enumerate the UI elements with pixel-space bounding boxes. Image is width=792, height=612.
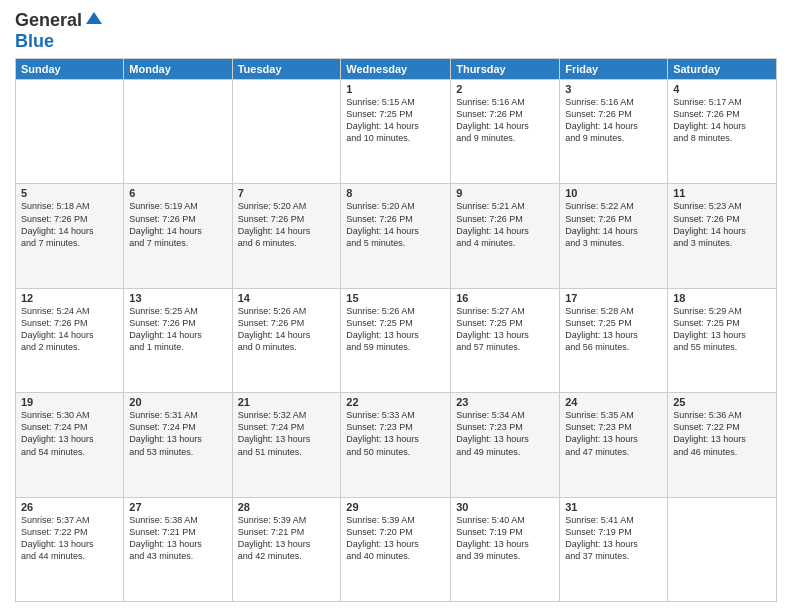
day-info: Sunrise: 5:26 AM Sunset: 7:25 PM Dayligh… — [346, 305, 445, 354]
calendar-cell: 31Sunrise: 5:41 AM Sunset: 7:19 PM Dayli… — [560, 497, 668, 601]
day-number: 23 — [456, 396, 554, 408]
calendar-table: SundayMondayTuesdayWednesdayThursdayFrid… — [15, 58, 777, 602]
day-number: 24 — [565, 396, 662, 408]
calendar-cell — [232, 80, 341, 184]
calendar-cell: 18Sunrise: 5:29 AM Sunset: 7:25 PM Dayli… — [668, 288, 777, 392]
day-info: Sunrise: 5:27 AM Sunset: 7:25 PM Dayligh… — [456, 305, 554, 354]
day-number: 3 — [565, 83, 662, 95]
calendar-header-row: SundayMondayTuesdayWednesdayThursdayFrid… — [16, 59, 777, 80]
calendar-week-row: 5Sunrise: 5:18 AM Sunset: 7:26 PM Daylig… — [16, 184, 777, 288]
day-info: Sunrise: 5:28 AM Sunset: 7:25 PM Dayligh… — [565, 305, 662, 354]
day-number: 27 — [129, 501, 226, 513]
calendar-cell: 1Sunrise: 5:15 AM Sunset: 7:25 PM Daylig… — [341, 80, 451, 184]
calendar-cell: 14Sunrise: 5:26 AM Sunset: 7:26 PM Dayli… — [232, 288, 341, 392]
day-number: 2 — [456, 83, 554, 95]
weekday-header-sunday: Sunday — [16, 59, 124, 80]
calendar-week-row: 12Sunrise: 5:24 AM Sunset: 7:26 PM Dayli… — [16, 288, 777, 392]
day-info: Sunrise: 5:20 AM Sunset: 7:26 PM Dayligh… — [346, 200, 445, 249]
day-number: 28 — [238, 501, 336, 513]
calendar-cell: 3Sunrise: 5:16 AM Sunset: 7:26 PM Daylig… — [560, 80, 668, 184]
calendar-week-row: 26Sunrise: 5:37 AM Sunset: 7:22 PM Dayli… — [16, 497, 777, 601]
day-number: 19 — [21, 396, 118, 408]
calendar-week-row: 1Sunrise: 5:15 AM Sunset: 7:25 PM Daylig… — [16, 80, 777, 184]
day-info: Sunrise: 5:16 AM Sunset: 7:26 PM Dayligh… — [456, 96, 554, 145]
day-info: Sunrise: 5:30 AM Sunset: 7:24 PM Dayligh… — [21, 409, 118, 458]
day-info: Sunrise: 5:36 AM Sunset: 7:22 PM Dayligh… — [673, 409, 771, 458]
day-number: 12 — [21, 292, 118, 304]
calendar-cell: 15Sunrise: 5:26 AM Sunset: 7:25 PM Dayli… — [341, 288, 451, 392]
day-number: 31 — [565, 501, 662, 513]
day-number: 1 — [346, 83, 445, 95]
day-info: Sunrise: 5:29 AM Sunset: 7:25 PM Dayligh… — [673, 305, 771, 354]
calendar-cell: 20Sunrise: 5:31 AM Sunset: 7:24 PM Dayli… — [124, 393, 232, 497]
calendar-cell — [124, 80, 232, 184]
day-info: Sunrise: 5:39 AM Sunset: 7:20 PM Dayligh… — [346, 514, 445, 563]
calendar-cell: 5Sunrise: 5:18 AM Sunset: 7:26 PM Daylig… — [16, 184, 124, 288]
day-number: 25 — [673, 396, 771, 408]
calendar-cell: 30Sunrise: 5:40 AM Sunset: 7:19 PM Dayli… — [451, 497, 560, 601]
calendar-cell: 21Sunrise: 5:32 AM Sunset: 7:24 PM Dayli… — [232, 393, 341, 497]
calendar-cell: 24Sunrise: 5:35 AM Sunset: 7:23 PM Dayli… — [560, 393, 668, 497]
day-info: Sunrise: 5:25 AM Sunset: 7:26 PM Dayligh… — [129, 305, 226, 354]
calendar-cell: 22Sunrise: 5:33 AM Sunset: 7:23 PM Dayli… — [341, 393, 451, 497]
day-number: 15 — [346, 292, 445, 304]
calendar-cell: 17Sunrise: 5:28 AM Sunset: 7:25 PM Dayli… — [560, 288, 668, 392]
calendar-cell: 25Sunrise: 5:36 AM Sunset: 7:22 PM Dayli… — [668, 393, 777, 497]
day-number: 18 — [673, 292, 771, 304]
weekday-header-wednesday: Wednesday — [341, 59, 451, 80]
day-number: 20 — [129, 396, 226, 408]
day-number: 7 — [238, 187, 336, 199]
calendar-cell: 10Sunrise: 5:22 AM Sunset: 7:26 PM Dayli… — [560, 184, 668, 288]
day-info: Sunrise: 5:40 AM Sunset: 7:19 PM Dayligh… — [456, 514, 554, 563]
calendar-cell: 2Sunrise: 5:16 AM Sunset: 7:26 PM Daylig… — [451, 80, 560, 184]
logo-general: General — [15, 10, 82, 31]
day-info: Sunrise: 5:15 AM Sunset: 7:25 PM Dayligh… — [346, 96, 445, 145]
day-info: Sunrise: 5:26 AM Sunset: 7:26 PM Dayligh… — [238, 305, 336, 354]
day-number: 6 — [129, 187, 226, 199]
logo-icon — [84, 10, 104, 30]
day-info: Sunrise: 5:33 AM Sunset: 7:23 PM Dayligh… — [346, 409, 445, 458]
day-info: Sunrise: 5:19 AM Sunset: 7:26 PM Dayligh… — [129, 200, 226, 249]
day-number: 8 — [346, 187, 445, 199]
day-info: Sunrise: 5:41 AM Sunset: 7:19 PM Dayligh… — [565, 514, 662, 563]
calendar-cell — [668, 497, 777, 601]
day-info: Sunrise: 5:18 AM Sunset: 7:26 PM Dayligh… — [21, 200, 118, 249]
weekday-header-tuesday: Tuesday — [232, 59, 341, 80]
day-info: Sunrise: 5:37 AM Sunset: 7:22 PM Dayligh… — [21, 514, 118, 563]
svg-marker-0 — [86, 12, 102, 24]
day-info: Sunrise: 5:35 AM Sunset: 7:23 PM Dayligh… — [565, 409, 662, 458]
calendar-cell — [16, 80, 124, 184]
calendar-cell: 12Sunrise: 5:24 AM Sunset: 7:26 PM Dayli… — [16, 288, 124, 392]
day-number: 11 — [673, 187, 771, 199]
day-info: Sunrise: 5:32 AM Sunset: 7:24 PM Dayligh… — [238, 409, 336, 458]
day-number: 4 — [673, 83, 771, 95]
day-number: 21 — [238, 396, 336, 408]
day-number: 17 — [565, 292, 662, 304]
calendar-cell: 4Sunrise: 5:17 AM Sunset: 7:26 PM Daylig… — [668, 80, 777, 184]
day-info: Sunrise: 5:22 AM Sunset: 7:26 PM Dayligh… — [565, 200, 662, 249]
day-number: 22 — [346, 396, 445, 408]
day-number: 30 — [456, 501, 554, 513]
calendar-cell: 29Sunrise: 5:39 AM Sunset: 7:20 PM Dayli… — [341, 497, 451, 601]
calendar-cell: 9Sunrise: 5:21 AM Sunset: 7:26 PM Daylig… — [451, 184, 560, 288]
day-info: Sunrise: 5:38 AM Sunset: 7:21 PM Dayligh… — [129, 514, 226, 563]
weekday-header-saturday: Saturday — [668, 59, 777, 80]
weekday-header-thursday: Thursday — [451, 59, 560, 80]
logo-blue: Blue — [15, 31, 54, 51]
day-info: Sunrise: 5:34 AM Sunset: 7:23 PM Dayligh… — [456, 409, 554, 458]
calendar-cell: 7Sunrise: 5:20 AM Sunset: 7:26 PM Daylig… — [232, 184, 341, 288]
day-info: Sunrise: 5:31 AM Sunset: 7:24 PM Dayligh… — [129, 409, 226, 458]
day-info: Sunrise: 5:16 AM Sunset: 7:26 PM Dayligh… — [565, 96, 662, 145]
day-info: Sunrise: 5:39 AM Sunset: 7:21 PM Dayligh… — [238, 514, 336, 563]
day-number: 13 — [129, 292, 226, 304]
calendar-cell: 27Sunrise: 5:38 AM Sunset: 7:21 PM Dayli… — [124, 497, 232, 601]
calendar-cell: 13Sunrise: 5:25 AM Sunset: 7:26 PM Dayli… — [124, 288, 232, 392]
calendar-cell: 8Sunrise: 5:20 AM Sunset: 7:26 PM Daylig… — [341, 184, 451, 288]
calendar-cell: 16Sunrise: 5:27 AM Sunset: 7:25 PM Dayli… — [451, 288, 560, 392]
weekday-header-friday: Friday — [560, 59, 668, 80]
calendar-week-row: 19Sunrise: 5:30 AM Sunset: 7:24 PM Dayli… — [16, 393, 777, 497]
day-info: Sunrise: 5:24 AM Sunset: 7:26 PM Dayligh… — [21, 305, 118, 354]
day-info: Sunrise: 5:20 AM Sunset: 7:26 PM Dayligh… — [238, 200, 336, 249]
weekday-header-monday: Monday — [124, 59, 232, 80]
calendar-cell: 6Sunrise: 5:19 AM Sunset: 7:26 PM Daylig… — [124, 184, 232, 288]
